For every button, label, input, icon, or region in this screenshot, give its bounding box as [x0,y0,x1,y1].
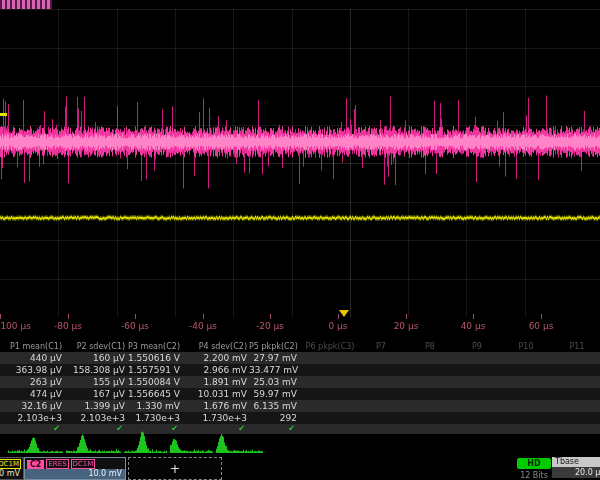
measure-cell: 33.477 mV [249,364,299,376]
time-axis-label: -80 µs [54,321,82,331]
measure-cell: 1.550616 V [127,352,182,364]
measure-header-inactive[interactable]: P11 [569,341,584,352]
timebase-value: 20.0 µs [552,467,600,478]
hd-mode-badge[interactable]: HD [517,458,551,469]
trigger-position-icon[interactable] [339,310,349,317]
time-axis-tick [270,314,271,319]
measure-column: P4 sdev(C2)2.200 mV2.966 mV1.891 mV10.03… [182,341,249,434]
measure-cell: 363.98 µV [0,364,64,376]
measure-cell: 1.399 µV [64,400,127,412]
measure-cell: 10.031 mV [182,388,249,400]
time-axis-tick [68,314,69,319]
measure-header[interactable]: P2 sdev(C1) [64,341,127,352]
measure-cell: 1.676 mV [182,400,249,412]
measure-header-inactive[interactable]: P8 [425,341,435,352]
measure-table: P1 mean(C1)440 µV363.98 µV263 µV474 µV32… [0,341,600,435]
c1-coupling-tag: DC1M [0,459,21,469]
waveform-display[interactable] [0,9,600,317]
time-axis-tick [203,314,204,319]
measure-cell: 160 µV [64,352,127,364]
measure-header-inactive[interactable]: P10 [518,341,533,352]
measure-cell: 1.550084 V [127,376,182,388]
measure-cell: 440 µV [0,352,64,364]
measure-header[interactable]: P4 sdev(C2) [182,341,249,352]
measure-cell: 1.557591 V [127,364,182,376]
measure-cell: 1.730e+3 [182,412,249,424]
measure-header-inactive[interactable]: P6 pkpk(C3) [306,341,355,352]
c2-coupling-tag: DC1M [71,459,96,469]
measure-cell: 1.730e+3 [127,412,182,424]
measure-cell: 474 µV [0,388,64,400]
timebase-label: Tbase [552,457,600,467]
measure-cell: 1.556645 V [127,388,182,400]
channel-c2-descriptor[interactable]: C2 ERES DC1M 10.0 mV [24,457,126,480]
measure-cell: 155 µV [64,376,127,388]
measure-header-inactive[interactable]: P7 [376,341,386,352]
measure-cell: 27.97 mV [249,352,299,364]
add-channel-button[interactable]: + [128,457,222,480]
measure-cell: 2.103e+3 [64,412,127,424]
hd-bits-label: 12 Bits [517,471,551,480]
channel-c1-descriptor[interactable]: DC1M 0 mV [0,457,24,480]
time-axis-label: -20 µs [256,321,284,331]
measure-column: P2 sdev(C1)160 µV158.308 µV155 µV167 µV1… [64,341,127,434]
time-axis-label: -40 µs [189,321,217,331]
measure-cell: 2.200 mV [182,352,249,364]
time-axis-tick [0,314,1,319]
time-axis-tick [406,314,407,319]
measure-cell: 1.891 mV [182,376,249,388]
measure-column: P3 mean(C2)1.550616 V1.557591 V1.550084 … [127,341,182,434]
measure-header[interactable]: P3 mean(C2) [127,341,182,352]
measure-header-inactive[interactable]: P9 [472,341,482,352]
time-axis-label: -100 µs [0,321,31,331]
measure-cell: 2.103e+3 [0,412,64,424]
c1-scale-value: 0 mV [0,469,23,479]
measure-cell: 263 µV [0,376,64,388]
channel-level-marker-icon [0,113,7,116]
menu-badge[interactable] [0,0,52,9]
time-axis-tick [135,314,136,319]
time-axis: -100 µs-80 µs-60 µs-40 µs-20 µs0 µs20 µs… [0,318,600,334]
measure-cell: 32.16 µV [0,400,64,412]
measure-column: P1 mean(C1)440 µV363.98 µV263 µV474 µV32… [0,341,64,434]
measure-cell: 1.330 mV [127,400,182,412]
histicons [0,430,600,456]
time-axis-label: 60 µs [529,321,554,331]
time-axis-label: 40 µs [461,321,486,331]
time-axis-label: 20 µs [394,321,419,331]
measure-cell: 292 [249,412,299,424]
oscilloscope-screen: -100 µs-80 µs-60 µs-40 µs-20 µs0 µs20 µs… [0,0,600,480]
measure-header[interactable]: P1 mean(C1) [0,341,64,352]
timebase-descriptor[interactable]: Tbase 20.0 µs [552,457,600,478]
measure-cell: 59.97 mV [249,388,299,400]
measure-cell: 2.966 mV [182,364,249,376]
measure-cell: 25.03 mV [249,376,299,388]
time-axis-label: 0 µs [328,321,347,331]
measure-cell: 6.135 mV [249,400,299,412]
measure-header[interactable]: P5 pkpk(C2) [249,341,299,352]
measure-column: P5 pkpk(C2)27.97 mV33.477 mV25.03 mV59.9… [249,341,299,434]
c2-eres-tag: ERES [46,459,68,469]
measure-cell: 158.308 µV [64,364,127,376]
time-axis-label: -60 µs [121,321,149,331]
time-axis-tick [541,314,542,319]
c2-scale-value: 10.0 mV [25,469,125,479]
time-axis-tick [473,314,474,319]
measure-cell: 167 µV [64,388,127,400]
c2-badge: C2 [27,460,44,469]
